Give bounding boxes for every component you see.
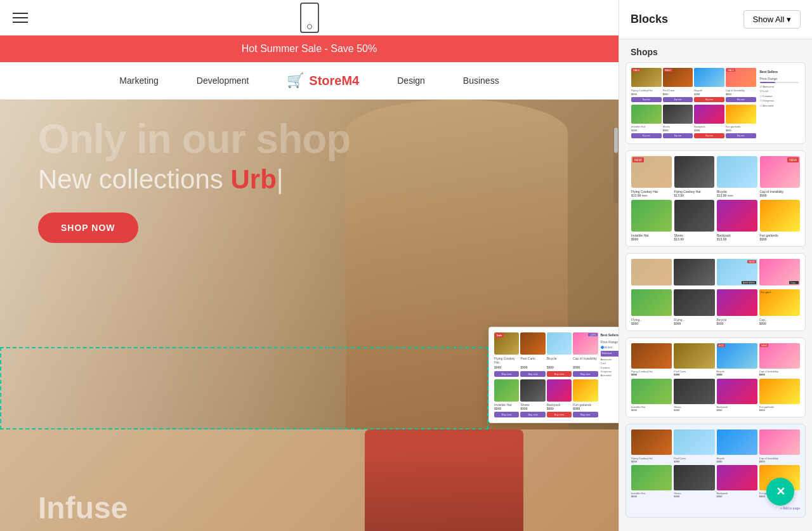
close-icon: ✕ [776,485,785,499]
panel-section-title: Shops [619,39,812,62]
show-all-button[interactable]: Show All ▾ [743,10,801,29]
site-logo[interactable]: 🛒 StoreM4 [287,72,359,89]
scrollbar[interactable] [613,127,619,203]
nav-business[interactable]: Business [463,75,499,86]
hero-subtitle-accent: Urb [230,164,276,194]
main-area: Hot Summer Sale - Save 50% Marketing Dev… [0,0,619,531]
nav-development[interactable]: Development [197,75,249,86]
toolbar [0,0,619,36]
hero-subtitle-prefix: New collections [38,164,223,194]
floating-preview-card: Sale +10% Flying Cowboy HatPool CartsBic… [488,327,619,423]
block-card-2[interactable]: NEW Flying Cowboy Hat $13.99 $999 Flying… [625,150,806,247]
preview-area: Hot Summer Sale - Save 50% Marketing Dev… [0,36,619,531]
nav-marketing[interactable]: Marketing [119,75,158,86]
close-button[interactable]: ✕ [766,478,794,506]
block-card-1[interactable]: SALE SALE SALE [625,62,806,144]
right-panel: Blocks Show All ▾ Shops SALE [619,0,812,531]
mobile-device-icon[interactable] [300,3,319,33]
panel-header: Blocks Show All ▾ [619,0,812,39]
block-card-4[interactable]: HOT NEW Flying Cowboy Hat$999 Pool Carts… [625,338,806,417]
cart-icon: 🛒 [287,72,304,89]
hero-subtitle: New collections Urb| [38,164,350,195]
bottom-peek: Infuse [0,429,619,531]
nav-design[interactable]: Design [397,75,425,86]
logo-text: StoreM4 [309,74,359,88]
sale-banner: Hot Summer Sale - Save 50% [0,36,619,62]
menu-icon[interactable] [13,13,28,23]
block-card-3[interactable]: NEW $999 $999 Cap... Fun gard... Flying.… [625,253,806,331]
hero-title: Only in our shop [38,119,350,159]
shop-now-button[interactable]: SHOP NOW [38,213,138,243]
bottom-text: Infuse [38,490,128,525]
hero-content: Only in our shop New collections Urb| SH… [38,119,350,243]
site-nav: Marketing Development 🛒 StoreM4 Design B… [0,62,619,100]
panel-title: Blocks [631,13,668,26]
panel-scroll[interactable]: SALE SALE SALE [619,62,812,531]
sale-banner-text: Hot Summer Sale - Save 50% [242,43,377,54]
hero-section: Only in our shop New collections Urb| SH… [0,100,619,429]
